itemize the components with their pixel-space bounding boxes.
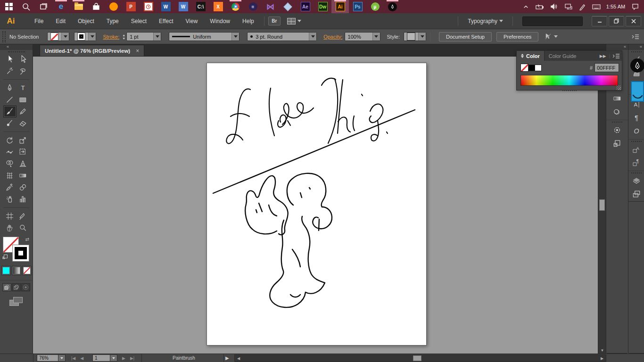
taskbar-icon-word-legacy[interactable]: W xyxy=(174,0,192,13)
menu-select[interactable]: Select xyxy=(125,13,153,29)
type-tool[interactable]: T xyxy=(17,82,30,94)
chevron-down-icon[interactable] xyxy=(58,354,66,362)
menu-effect[interactable]: Effect xyxy=(153,13,179,29)
taskbar-icon-search[interactable] xyxy=(17,0,35,13)
lasso-tool[interactable] xyxy=(17,65,30,77)
menu-view[interactable]: View xyxy=(180,13,204,29)
taskbar-icon-illustrator[interactable]: Ai xyxy=(331,0,349,13)
color-spectrum-bar[interactable] xyxy=(520,75,618,86)
width-tool[interactable] xyxy=(3,146,17,158)
taskbar-icon-word[interactable]: W xyxy=(157,0,174,13)
menu-window[interactable]: Window xyxy=(204,13,236,29)
stroke-panel-link[interactable]: Stroke: xyxy=(103,34,119,40)
select-similar-dropdown[interactable] xyxy=(544,33,558,41)
dock-collapse-chevron[interactable]: « xyxy=(628,44,644,50)
default-fill-stroke-icon[interactable] xyxy=(2,255,8,260)
taskbar-icon-eclipse[interactable]: ≡ xyxy=(244,0,262,13)
tray-network-icon[interactable] xyxy=(561,0,575,13)
gradient-tool[interactable] xyxy=(17,170,30,181)
layers-panel-icon[interactable] xyxy=(628,175,644,187)
stroke-weight-stepper[interactable]: ▲▼ xyxy=(122,33,125,40)
mesh-tool[interactable] xyxy=(3,170,17,181)
stroke-weight-dropdown[interactable]: 1 pt xyxy=(126,32,161,41)
opacity-panel-link[interactable]: Opacity: xyxy=(323,34,342,40)
taskbar-icon-file-explorer[interactable] xyxy=(70,0,87,13)
dock-drag-grip[interactable] xyxy=(631,51,642,52)
none-button[interactable] xyxy=(22,266,32,275)
paintbrush-tool[interactable] xyxy=(3,106,17,117)
control-panel-menu-icon[interactable] xyxy=(632,34,639,40)
tray-clock[interactable]: 1:55 AM xyxy=(603,0,628,13)
column-graph-tool[interactable] xyxy=(17,193,30,205)
minimize-button[interactable] xyxy=(592,16,607,26)
taskbar-icon-utorrent[interactable]: µ xyxy=(366,0,384,13)
horizontal-scroll-thumb[interactable] xyxy=(413,355,421,361)
taskbar-icon-pen-app[interactable] xyxy=(384,0,401,13)
color-button[interactable] xyxy=(1,266,11,275)
slice-tool[interactable] xyxy=(17,210,30,222)
taskbar-icon-vs-cube[interactable] xyxy=(279,0,297,13)
tray-hidden-icons-chevron-icon[interactable] xyxy=(519,0,533,13)
tray-touch-keyboard-icon[interactable] xyxy=(589,0,603,13)
scroll-down-icon[interactable]: ▼ xyxy=(598,347,606,354)
symbol-sprayer-tool[interactable] xyxy=(3,193,17,205)
taskbar-icon-chrome[interactable] xyxy=(227,0,244,13)
taskbar-icon-dreamweaver[interactable]: Dw xyxy=(314,0,331,13)
eyedropper-tool[interactable] xyxy=(3,181,17,193)
rotate-tool[interactable] xyxy=(3,134,17,146)
opacity-dropdown[interactable]: 100% xyxy=(345,32,380,41)
taskbar-icon-edge-browser[interactable]: e xyxy=(52,0,70,13)
menu-edit[interactable]: Edit xyxy=(50,13,72,29)
gradient-panel-icon[interactable] xyxy=(606,92,628,105)
tools-collapse-chevron[interactable]: « xyxy=(0,44,33,50)
zoom-tool[interactable] xyxy=(17,222,30,234)
scroll-left-icon[interactable]: ◀ xyxy=(235,355,242,362)
taskbar-icon-photoshop[interactable]: Ps xyxy=(349,0,366,13)
paragraph-styles-panel-icon[interactable]: ¶ xyxy=(628,156,644,169)
pencil-tool[interactable] xyxy=(17,106,30,117)
scale-tool[interactable] xyxy=(17,134,30,146)
taskbar-icon-after-effects[interactable]: Ae xyxy=(297,0,314,13)
selection-tool[interactable] xyxy=(3,53,17,65)
tray-battery-icon[interactable] xyxy=(533,0,547,13)
menu-help[interactable]: Help xyxy=(236,13,260,29)
taskbar-icon-powerpoint[interactable]: P xyxy=(122,0,140,13)
dock-drag-grip[interactable] xyxy=(631,141,642,142)
artboard-tool[interactable] xyxy=(3,210,17,222)
none-fill-swatch[interactable] xyxy=(520,64,528,72)
artboards-panel-icon[interactable] xyxy=(628,188,644,200)
character-styles-panel-icon[interactable]: A xyxy=(628,143,644,156)
taskbar-icon-firefox[interactable] xyxy=(105,0,122,13)
variable-width-profile-dropdown[interactable]: Uniform xyxy=(169,32,239,41)
menu-file[interactable]: File xyxy=(28,13,50,29)
brush-definition-dropdown[interactable]: 3 pt. Round xyxy=(247,32,317,41)
preferences-button[interactable]: Preferences xyxy=(496,32,538,41)
taskbar-icon-command-prompt[interactable]: C:\ xyxy=(192,0,209,13)
dock-drag-grip[interactable] xyxy=(631,173,642,173)
next-artboard-button[interactable]: ▶ xyxy=(120,356,128,361)
last-artboard-button[interactable]: ▶| xyxy=(128,356,137,361)
shape-builder-tool[interactable] xyxy=(3,158,17,170)
document-setup-button[interactable]: Document Setup xyxy=(439,32,492,41)
close-tab-icon[interactable]: × xyxy=(136,48,139,54)
panel-resize-grip[interactable] xyxy=(616,85,621,90)
stroke-color-dropdown[interactable] xyxy=(74,32,96,41)
line-segment-tool[interactable] xyxy=(3,94,17,106)
status-expand-button[interactable]: ▶ xyxy=(225,354,229,362)
stroke-swatch-black[interactable] xyxy=(12,245,29,262)
previous-artboard-button[interactable]: ◀ xyxy=(78,356,86,361)
restore-button[interactable] xyxy=(609,16,624,26)
panel-menu-icon[interactable] xyxy=(613,54,619,58)
artboard-navigation[interactable]: 1 xyxy=(92,354,117,362)
fill-color-dropdown[interactable] xyxy=(47,32,69,41)
collapse-panel-icon[interactable]: ▶▶ xyxy=(600,54,606,58)
gradient-button[interactable] xyxy=(12,266,21,275)
hex-value-input[interactable] xyxy=(594,63,619,72)
magic-wand-tool[interactable] xyxy=(3,65,17,77)
menu-object[interactable]: Object xyxy=(72,13,100,29)
blend-tool[interactable] xyxy=(17,181,30,193)
rectangle-tool[interactable] xyxy=(17,94,30,106)
panel-bottom-grip[interactable] xyxy=(562,90,577,91)
artboard[interactable]: I love This xyxy=(206,63,427,346)
eraser-tool[interactable] xyxy=(17,117,30,129)
